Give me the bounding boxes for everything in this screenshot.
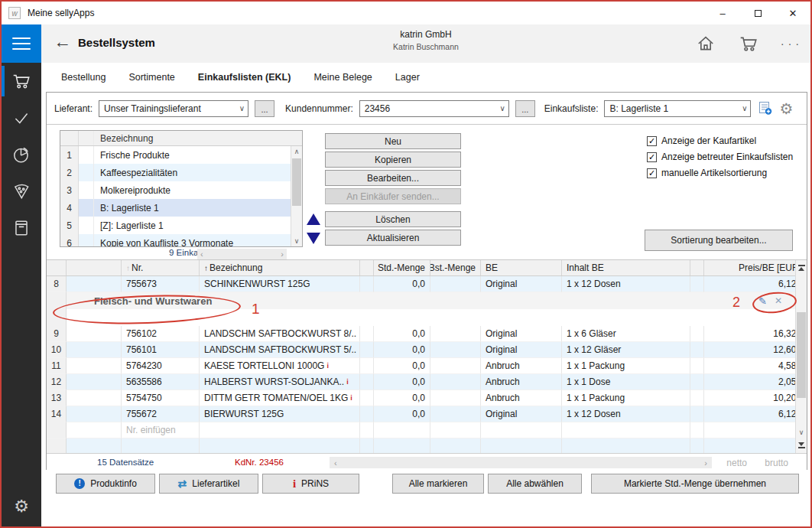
scrollbar-thumb[interactable] [797, 312, 806, 398]
table-row[interactable]: 135754750DITTM GETR TOMATEN/OEL 1KGi0,0A… [47, 390, 807, 406]
action-löschen[interactable]: Löschen [325, 211, 461, 227]
lieferartikel-button[interactable]: ⇄Lieferartikel [159, 474, 258, 494]
kundennummer-select[interactable]: 23456 ∨ [359, 100, 509, 117]
column-header-inhalt-be[interactable]: Inhalt BE [562, 260, 690, 275]
ekl-list-header[interactable]: Bezeichnung [60, 131, 302, 146]
brutto-toggle[interactable]: brutto [765, 458, 788, 468]
maximize-button[interactable] [740, 2, 775, 24]
tab-einkaufslisten-ekl[interactable]: Einkaufslisten (EKL) [198, 72, 291, 83]
scroll-right-icon[interactable]: › [281, 249, 284, 259]
table-horizontal-scrollbar[interactable]: ‹ › [330, 457, 712, 468]
table-vertical-scrollbar[interactable]: ∨ [795, 260, 807, 453]
ekl-horizontal-scrollbar[interactable]: ‹ › [197, 249, 287, 259]
table-row[interactable]: 115764230KAESE TORTELLONI 1000Gi0,0Anbru… [47, 358, 807, 374]
prins-button[interactable]: iPRiNS [262, 474, 359, 494]
table-row[interactable]: 9756102LANDSCHM SAFTBOCKWURST 8/..0,0Ori… [47, 326, 807, 342]
scroll-up-icon[interactable]: ∧ [294, 146, 300, 157]
option-manuelle-artikelsortierung[interactable]: ✓manuelle Artikelsortierung [647, 168, 793, 178]
list-item[interactable]: 2Kaffeespezialitäten [60, 164, 302, 181]
checkbox[interactable]: ✓ [647, 168, 657, 178]
close-button[interactable]: ✕ [775, 2, 810, 24]
option-anzeige-der-kaufartikel[interactable]: ✓Anzeige der Kaufartikel [647, 135, 793, 146]
home-icon[interactable] [696, 34, 716, 54]
sidebar-item-bestellsystem[interactable] [2, 63, 41, 99]
lieferant-select[interactable]: Unser Trainingslieferant ∨ [99, 100, 248, 117]
lieferant-more-button[interactable]: ... [255, 100, 274, 117]
minimize-button[interactable]: – [705, 2, 740, 24]
option-anzeige-betreuter-einkaufslisten[interactable]: ✓Anzeige betreuter Einkaufslisten [647, 152, 793, 162]
sidebar-item-auswertungen[interactable] [2, 136, 41, 173]
sidebar-item-aufgaben[interactable] [2, 99, 41, 136]
action-neu[interactable]: Neu [325, 133, 461, 149]
kundennummer-more-button[interactable]: ... [515, 100, 535, 117]
edit-group-icon[interactable]: ✎ [758, 295, 767, 307]
column-header-bezeichnung[interactable]: ↑Bezeichnung [200, 260, 360, 275]
app-window: w Meine sellyApps – ✕ [0, 0, 812, 528]
list-item-label: B: Lagerliste 1 [94, 199, 302, 217]
scroll-down-icon[interactable]: ∨ [799, 427, 804, 438]
column-header-nr[interactable]: ↑Nr. [122, 260, 200, 275]
sidebar-item-katalog[interactable] [2, 210, 41, 246]
move-up-button[interactable] [307, 213, 320, 225]
scroll-down-icon[interactable]: ∨ [294, 236, 300, 246]
scroll-to-bottom-icon[interactable] [798, 438, 805, 453]
action-aktualisieren[interactable]: Aktualisieren [325, 230, 461, 246]
list-settings-icon[interactable]: ⚙ [779, 99, 793, 118]
sidebar-item-settings[interactable]: ⚙ [2, 491, 41, 522]
sort-up-icon: ↑ [204, 264, 208, 272]
table-row[interactable]: 8755673SCHINKENWURST 125G0,0Original1 x … [47, 276, 807, 292]
alle-abwählen-button[interactable]: Alle abwählen [488, 474, 582, 494]
list-item[interactable]: 3Molkereiprodukte [60, 181, 302, 199]
produktinfo-button[interactable]: !Produktinfo [56, 474, 155, 494]
action-bearbeiten[interactable]: Bearbeiten... [325, 170, 461, 186]
column-header-std-menge[interactable]: Std.-Menge [374, 260, 430, 275]
scroll-left-icon[interactable]: ‹ [334, 458, 337, 468]
header-cart-icon[interactable] [739, 34, 758, 54]
cell-inhalt-be: 1 x 1 Packung [562, 390, 690, 406]
column-header-bst-menge[interactable]: Bst.-Menge [430, 260, 481, 275]
table-row[interactable]: 14755672BIERWURST 125G0,0Original1 x 12 … [47, 406, 807, 422]
cell-nr: 5754750 [122, 390, 200, 406]
sort-order-button[interactable]: Sortierung bearbeiten... [645, 230, 793, 251]
ekl-vertical-scrollbar[interactable]: ∧ ∨ [291, 146, 302, 246]
back-button[interactable]: ← [54, 31, 71, 52]
column-header-preis[interactable]: Preis/BE [EUR] [704, 260, 807, 275]
delete-group-icon[interactable]: ✕ [775, 295, 782, 307]
move-down-button[interactable] [307, 233, 320, 244]
tab-bestellung[interactable]: Bestellung [61, 72, 106, 83]
netto-toggle[interactable]: netto [726, 458, 747, 468]
list-item[interactable]: 1Frische Produkte [60, 146, 302, 164]
tab-lager[interactable]: Lager [395, 72, 420, 83]
empty-row[interactable] [47, 438, 807, 455]
column-header-be[interactable]: BE [481, 260, 562, 275]
scrollbar-thumb[interactable] [292, 158, 301, 206]
tab-sortimente[interactable]: Sortimente [128, 72, 174, 83]
new-list-icon[interactable] [758, 101, 772, 116]
record-count: 15 Datensätze [97, 458, 154, 467]
insert-row[interactable]: Nr. einfügen [47, 422, 807, 438]
action-kopieren[interactable]: Kopieren [325, 152, 461, 168]
sidebar-item-produkte[interactable] [2, 173, 41, 210]
window-controls: – ✕ [705, 2, 810, 24]
list-item[interactable]: 5[Z]: Lagerliste 1 [60, 217, 302, 234]
list-item[interactable]: 6Kopie von Kaufliste 3 Vormonate [60, 234, 302, 247]
checkbox[interactable]: ✓ [647, 136, 657, 146]
list-item[interactable]: 4B: Lagerliste 1 [60, 199, 302, 217]
cell-preis: 10,200 [704, 390, 807, 406]
row-number: 13 [47, 390, 67, 406]
cell-preis: 6,120 [704, 406, 807, 422]
alle-markieren-button[interactable]: Alle markieren [392, 474, 484, 494]
markierte-std-menge-übernehmen-button[interactable]: Markierte Std.-Menge übernehmen [591, 474, 799, 494]
table-row[interactable]: 125635586HALBERST WURST-SOLJANKA..i0,0An… [47, 374, 807, 390]
checkbox[interactable]: ✓ [647, 152, 657, 162]
tab-meine-belege[interactable]: Meine Belege [313, 72, 372, 83]
table-row[interactable]: 10756101LANDSCHM SAFTBOCKWURST 5/..0,0Or… [47, 342, 807, 358]
cell-preis [704, 438, 807, 455]
group-row[interactable]: Fleisch- und Wurstwaren✎✕ [47, 292, 807, 309]
menu-button[interactable] [2, 24, 41, 63]
scroll-right-icon[interactable]: › [704, 458, 707, 468]
scroll-left-icon[interactable]: ‹ [200, 249, 203, 259]
more-button[interactable]: ∙ ∙ ∙ [781, 37, 800, 50]
scroll-to-top-icon[interactable] [798, 260, 805, 275]
einkaufsliste-select[interactable]: B: Lagerliste 1 ∨ [604, 100, 751, 117]
